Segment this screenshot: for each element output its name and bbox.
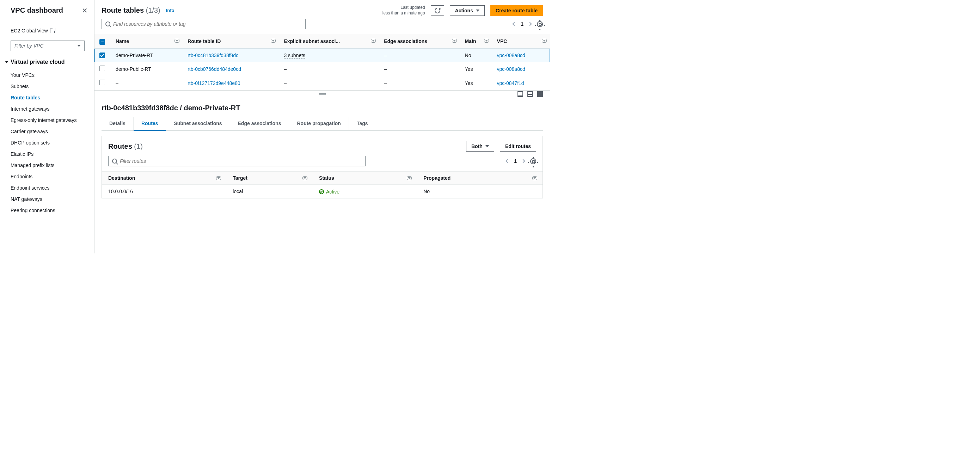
info-link[interactable]: Info	[166, 8, 175, 13]
split-drag-handle[interactable]	[94, 90, 550, 98]
routes-search[interactable]	[108, 156, 366, 167]
routes-column-header[interactable]: Destination	[102, 171, 226, 185]
nav-list: Your VPCsSubnetsRoute tablesInternet gat…	[11, 70, 88, 216]
vpc-link[interactable]: vpc-0847f1d	[497, 80, 524, 86]
last-updated-value: less than a minute ago	[382, 11, 425, 16]
prev-page-button[interactable]	[512, 22, 516, 26]
column-header[interactable]: Explicit subnet associ...	[279, 34, 379, 49]
nav-item-route-tables[interactable]: Route tables	[11, 92, 88, 103]
close-sidebar-icon[interactable]: ✕	[82, 7, 88, 14]
next-page-button[interactable]	[528, 22, 531, 26]
route-tables-table: NameRoute table IDExplicit subnet associ…	[94, 34, 550, 90]
subnet-count-link[interactable]: 3 subnets	[284, 52, 305, 59]
tab-edge-associations[interactable]: Edge associations	[230, 117, 290, 130]
tab-subnet-associations[interactable]: Subnet associations	[166, 117, 230, 130]
row-checkbox[interactable]	[99, 52, 105, 58]
route-table-id-link[interactable]: rtb-0f127172d9e448e80	[188, 80, 240, 86]
tab-route-propagation[interactable]: Route propagation	[289, 117, 348, 130]
routes-next-page-button[interactable]	[521, 159, 525, 163]
sort-icon	[453, 40, 456, 41]
grip-icon	[319, 94, 326, 95]
nav-item-nat-gateways[interactable]: NAT gateways	[11, 194, 88, 205]
route-table-id-link[interactable]: rtb-0cb0766dd484de0cd	[188, 66, 241, 72]
sidebar: VPC dashboard ✕ EC2 Global View Filter b…	[0, 0, 94, 254]
sort-icon	[533, 177, 536, 179]
refresh-button[interactable]	[431, 5, 444, 16]
caret-down-icon	[485, 145, 489, 147]
nav-item-carrier-gateways[interactable]: Carrier gateways	[11, 126, 88, 137]
vpc-link[interactable]: vpc-008a8cd	[497, 52, 525, 58]
tab-tags[interactable]: Tags	[349, 117, 376, 130]
layout-half-button[interactable]	[527, 91, 533, 97]
routes-settings-button[interactable]	[530, 158, 536, 164]
cell-main: No	[460, 49, 492, 62]
tab-routes[interactable]: Routes	[134, 117, 166, 131]
column-header[interactable]: Route table ID	[183, 34, 279, 49]
caret-down-icon	[476, 10, 479, 12]
sort-icon	[272, 40, 275, 41]
table-row[interactable]: demo-Public-RTrtb-0cb0766dd484de0cd––Yes…	[94, 62, 550, 76]
sidebar-title: VPC dashboard	[11, 6, 82, 14]
search-icon	[112, 159, 117, 163]
actions-button[interactable]: Actions	[450, 5, 485, 16]
nav-item-managed-prefix-lists[interactable]: Managed prefix lists	[11, 160, 88, 171]
cell-main: Yes	[460, 76, 492, 90]
select-all-checkbox[interactable]	[99, 39, 105, 45]
nav-item-endpoint-services[interactable]: Endpoint services	[11, 182, 88, 194]
cell-destination: 10.0.0.0/16	[102, 185, 226, 198]
sort-icon	[543, 40, 546, 41]
routes-column-header[interactable]: Target	[226, 171, 313, 185]
vpc-link[interactable]: vpc-008a8cd	[497, 66, 525, 72]
actions-label: Actions	[455, 8, 473, 13]
table-row[interactable]: demo-Private-RTrtb-0c481b339fd38f8dc3 su…	[94, 49, 550, 62]
row-checkbox[interactable]	[99, 80, 105, 85]
check-circle-icon	[319, 189, 324, 194]
layout-full-button[interactable]	[537, 91, 543, 97]
layout-bottom-small-button[interactable]	[517, 91, 523, 97]
nav-item-egress-only-internet-gateways[interactable]: Egress-only internet gateways	[11, 114, 88, 126]
nav-section-label: Virtual private cloud	[11, 59, 65, 65]
table-row[interactable]: –rtb-0f127172d9e448e80––Yesvpc-0847f1d	[94, 76, 550, 90]
ec2-global-view-link[interactable]: EC2 Global View	[11, 28, 55, 33]
cell-propagated: No	[417, 185, 542, 198]
search-icon	[105, 22, 110, 27]
routes-column-header[interactable]: Status	[313, 171, 417, 185]
nav-section-toggle[interactable]: Virtual private cloud	[11, 59, 88, 65]
sort-icon	[217, 177, 220, 179]
column-header[interactable]: VPC	[492, 34, 550, 49]
column-header[interactable]: Main	[460, 34, 492, 49]
nav-item-elastic-ips[interactable]: Elastic IPs	[11, 148, 88, 160]
routes-filter-label: Both	[471, 143, 483, 149]
edit-routes-label: Edit routes	[505, 143, 531, 149]
routes-filter-dropdown[interactable]: Both	[466, 141, 494, 152]
nav-item-internet-gateways[interactable]: Internet gateways	[11, 103, 88, 114]
route-table-id-link[interactable]: rtb-0c481b339fd38f8dc	[188, 52, 238, 58]
refresh-icon	[434, 7, 441, 14]
routes-search-input[interactable]	[120, 158, 362, 164]
tab-details[interactable]: Details	[102, 117, 134, 130]
routes-prev-page-button[interactable]	[506, 159, 510, 163]
cell-edge: –	[379, 76, 460, 90]
cell-status: Active	[313, 185, 417, 198]
edit-routes-button[interactable]: Edit routes	[500, 141, 536, 152]
nav-item-subnets[interactable]: Subnets	[11, 81, 88, 92]
column-header[interactable]: Edge associations	[379, 34, 460, 49]
search-input[interactable]	[113, 21, 302, 27]
ec2-global-view-label: EC2 Global View	[11, 28, 48, 33]
resource-search[interactable]	[102, 19, 305, 29]
nav-item-dhcp-option-sets[interactable]: DHCP option sets	[11, 137, 88, 148]
nav-item-endpoints[interactable]: Endpoints	[11, 171, 88, 182]
nav-item-your-vpcs[interactable]: Your VPCs	[11, 70, 88, 81]
routes-column-header[interactable]: Propagated	[417, 171, 542, 185]
create-route-table-button[interactable]: Create route table	[490, 5, 543, 16]
column-header[interactable]: Name	[111, 34, 183, 49]
page-number: 1	[521, 21, 523, 27]
filter-by-vpc-dropdown[interactable]: Filter by VPC	[11, 41, 84, 51]
routes-title-text: Routes	[108, 143, 132, 150]
nav-item-peering-connections[interactable]: Peering connections	[11, 205, 88, 216]
settings-button[interactable]	[537, 21, 543, 27]
last-updated: Last updated less than a minute ago	[382, 5, 425, 16]
row-checkbox[interactable]	[99, 65, 105, 71]
sort-icon	[372, 40, 375, 41]
main: Route tables (1/3) Info Last updated les…	[94, 0, 550, 254]
